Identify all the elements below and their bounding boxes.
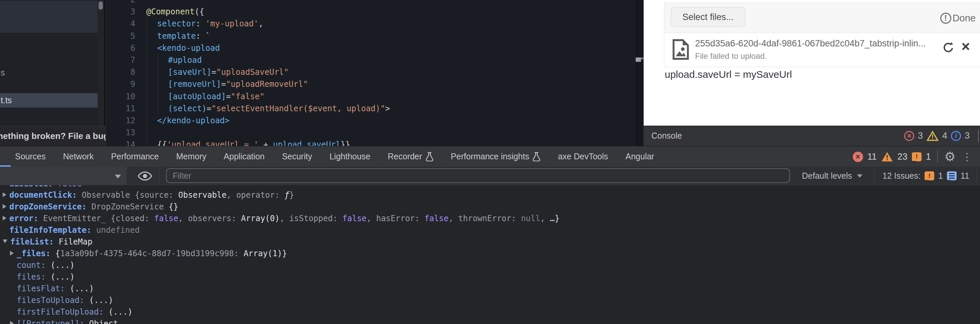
issues-summary[interactable]: 12 Issues: ! 1 11: [883, 167, 969, 185]
code-text: @Component({: [146, 6, 204, 18]
tab-angular[interactable]: Angular: [625, 152, 654, 161]
line-number[interactable]: 3: [106, 6, 135, 18]
tab-sources[interactable]: Sources: [15, 152, 46, 161]
more-options-kebab-icon[interactable]: ⋮: [960, 151, 974, 163]
stackblitz-devtools-screen: s t.ts mething broken? File a bug! 23@Co…: [0, 0, 980, 324]
console-property-row: fileList: FileMap: [0, 236, 980, 248]
code-line[interactable]: 12</kendo-upload>: [106, 114, 634, 127]
code-token: <kendo-upload: [158, 43, 220, 53]
code-token: : `: [196, 32, 210, 41]
code-line[interactable]: 14{{'upload.saveUrl = ' + upload.saveUrl…: [106, 139, 634, 146]
console-token: false: [58, 185, 82, 188]
code-text: <kendo-upload: [158, 42, 220, 54]
code-token: {{: [158, 140, 167, 146]
tab-recorder[interactable]: Recorder: [388, 152, 434, 161]
expand-arrow-icon[interactable]: [10, 321, 14, 324]
code-editor[interactable]: 23@Component({4selector: 'my-upload',5te…: [105, 0, 643, 146]
tab-performance[interactable]: Performance: [111, 152, 159, 161]
retry-upload-icon[interactable]: [941, 40, 956, 55]
console-token: ,: [540, 214, 550, 223]
expand-arrow-icon[interactable]: [3, 204, 6, 209]
tab-application[interactable]: Application: [224, 152, 264, 161]
console-warnings-icon[interactable]: [881, 151, 893, 162]
code-line[interactable]: 13: [106, 127, 634, 139]
preview-console-badges: × 3 4 i 3: [904, 125, 978, 146]
console-token: undefined: [96, 226, 140, 235]
issues-icon[interactable]: !: [912, 152, 921, 161]
line-number[interactable]: 4: [106, 18, 135, 30]
tab-security[interactable]: Security: [282, 152, 312, 161]
line-number[interactable]: 11: [106, 103, 135, 114]
sidebar-item-selected-file[interactable]: t.ts: [0, 93, 97, 108]
console-token: (...): [51, 272, 75, 281]
chevron-down-icon: [857, 174, 862, 178]
code-line[interactable]: 2: [106, 0, 634, 6]
code-line[interactable]: 6<kendo-upload: [106, 42, 634, 54]
tab-label: Memory: [177, 152, 207, 161]
code-line[interactable]: 3@Component({: [106, 6, 634, 18]
tab-label: axe DevTools: [558, 152, 608, 161]
console-token: {}: [169, 202, 178, 211]
line-number[interactable]: 5: [106, 30, 135, 42]
tab-axe-devtools[interactable]: axe DevTools: [558, 152, 608, 161]
console-property-row: files: (...): [0, 271, 980, 283]
code-token: [removeUrl]: [168, 79, 221, 89]
code-line[interactable]: 4selector: 'my-upload',: [106, 18, 634, 30]
code-line[interactable]: 8[saveUrl]="uploadSaveUrl": [106, 66, 634, 78]
console-token: (...): [70, 284, 94, 293]
line-number[interactable]: 8: [106, 66, 135, 78]
console-token: null: [521, 214, 541, 223]
expand-arrow-icon[interactable]: [3, 216, 6, 221]
line-number[interactable]: 9: [106, 78, 135, 90]
expand-arrow-icon[interactable]: [10, 251, 14, 256]
remove-file-icon[interactable]: ×: [958, 38, 973, 55]
javascript-context-dropdown[interactable]: [0, 167, 127, 185]
console-token: Object: [89, 319, 118, 324]
console-warnings-count: 23: [897, 152, 907, 162]
line-number[interactable]: 2: [106, 0, 135, 6]
select-files-button[interactable]: Select files...: [671, 7, 745, 27]
tab-memory[interactable]: Memory: [177, 152, 207, 161]
code-line[interactable]: 5template: `: [106, 30, 634, 42]
sidebar-scrollbar-thumb[interactable]: [99, 2, 103, 10]
console-token: }: [289, 191, 294, 200]
settings-gear-icon[interactable]: ⚙: [944, 150, 956, 163]
code-line[interactable]: 9[removeUrl]="uploadRemoveUrl": [106, 78, 634, 90]
console-token: Observable: [178, 191, 227, 200]
line-number[interactable]: 6: [106, 42, 135, 54]
code-line[interactable]: 11(select)="selectEventHandler($event, u…: [106, 103, 634, 114]
code-line[interactable]: 10[autoUpload]="false": [106, 91, 634, 103]
code-text: #upload: [168, 54, 202, 66]
code-token: ({: [195, 7, 204, 16]
editor-scrollbar[interactable]: [634, 0, 643, 146]
tab-network[interactable]: Network: [63, 152, 94, 161]
line-number[interactable]: 13: [106, 127, 135, 139]
console-errors-icon[interactable]: ×: [853, 152, 863, 162]
code-line[interactable]: 7#upload: [106, 54, 634, 66]
tab-label: Network: [63, 152, 94, 161]
line-number[interactable]: 12: [106, 114, 135, 127]
console-token: (...): [89, 295, 113, 305]
flask-icon: [533, 152, 541, 161]
sidebar-scrollbar[interactable]: [97, 0, 104, 126]
code-token: [autoUpload]: [168, 92, 226, 101]
create-live-expression-eye-icon[interactable]: [138, 171, 152, 183]
line-number[interactable]: 7: [106, 54, 135, 66]
console-token: count:: [17, 260, 51, 270]
console-token: Array(1)}: [243, 249, 287, 258]
line-number[interactable]: 14: [106, 139, 135, 146]
uploaded-file-row: 255d35a6-620d-4daf-9861-067bed2c04b7_tab…: [664, 33, 980, 67]
preview-console-bar[interactable]: Console × 3 4 i 3: [644, 125, 980, 146]
tab-performance-insights[interactable]: Performance insights: [451, 152, 541, 161]
log-levels-dropdown[interactable]: Default levels: [802, 167, 862, 185]
code-token: :: [196, 19, 205, 29]
console-token: firstFileToUpload:: [17, 307, 108, 317]
expand-arrow-icon[interactable]: [3, 240, 7, 243]
expand-arrow-icon[interactable]: [3, 192, 6, 197]
console-filter-input[interactable]: [166, 168, 790, 183]
editor-scrollbar-thumb[interactable]: [636, 57, 641, 62]
line-number[interactable]: 10: [106, 91, 135, 103]
issues-count: 1: [926, 152, 931, 162]
file-a-bug-banner[interactable]: mething broken? File a bug!: [0, 126, 105, 146]
tab-lighthouse[interactable]: Lighthouse: [329, 152, 370, 161]
